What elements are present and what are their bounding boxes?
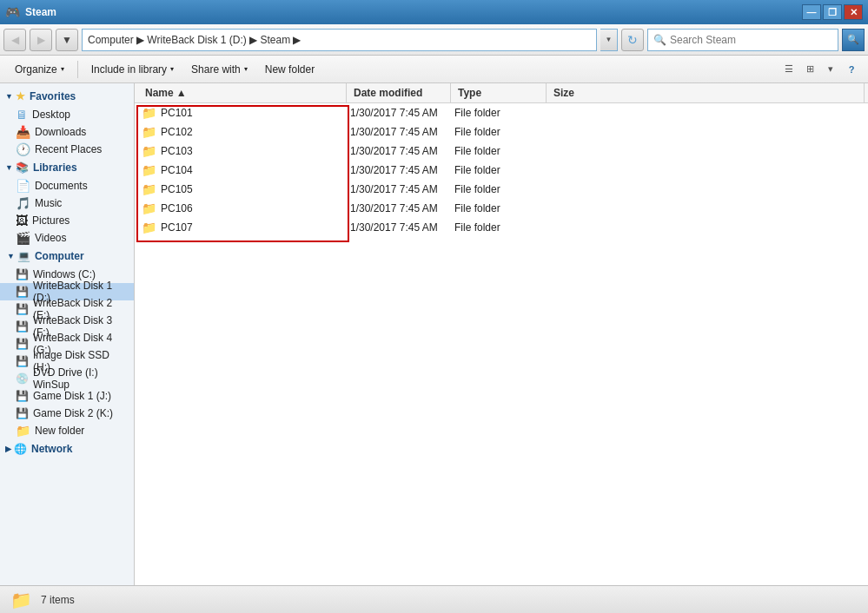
computer-label: Computer [35, 250, 84, 262]
favorites-arrow-icon: ▼ [5, 92, 13, 101]
drive-g-icon: 💾 [16, 338, 29, 350]
folder-icon: 📁 [142, 106, 156, 120]
view-options-button[interactable]: ▾ [821, 60, 840, 79]
file-name-label: PC101 [161, 107, 193, 119]
dropdown-nav-button[interactable]: ▼ [56, 29, 78, 51]
favorites-section[interactable]: ▼ ★ Favorites [0, 87, 134, 106]
file-name-label: PC107 [161, 221, 193, 234]
date-header-label: Date modified [354, 87, 422, 99]
new-folder-label: New folder [265, 63, 315, 76]
file-content-area: Name ▲ Date modified Type Size 📁 PC101 [135, 83, 868, 585]
search-input[interactable] [670, 34, 832, 46]
include-in-library-button[interactable]: Include in library ▾ [83, 59, 182, 80]
minimize-button[interactable]: — [802, 4, 821, 20]
desktop-label: Desktop [32, 109, 70, 121]
main-content: ▼ ★ Favorites 🖥 Desktop 📥 Downloads 🕐 Re… [0, 83, 868, 585]
large-icons-button[interactable]: ⊞ [800, 60, 819, 79]
size-column-header[interactable]: Size [547, 83, 865, 102]
folder-icon: 📁 [142, 201, 156, 215]
close-button[interactable]: ✕ [844, 4, 863, 20]
organize-button[interactable]: Organize ▾ [7, 59, 72, 80]
file-date-cell: 1/30/2017 7:45 AM [343, 202, 447, 214]
file-date-cell: 1/30/2017 7:45 AM [343, 126, 447, 138]
file-date-cell: 1/30/2017 7:45 AM [343, 107, 447, 119]
file-name-label: PC102 [161, 126, 193, 138]
libraries-icon: 📚 [16, 161, 29, 174]
refresh-button[interactable]: ↻ [621, 29, 644, 51]
file-name-cell: 📁 PC107 [135, 221, 343, 234]
table-row[interactable]: 📁 PC102 1/30/2017 7:45 AM File folder [135, 122, 868, 142]
organize-arrow-icon: ▾ [61, 65, 64, 73]
table-row[interactable]: 📁 PC103 1/30/2017 7:45 AM File folder [135, 142, 868, 161]
table-row[interactable]: 📁 PC105 1/30/2017 7:45 AM File folder [135, 180, 868, 199]
recent-icon: 🕐 [16, 142, 30, 156]
pictures-label: Pictures [32, 214, 70, 227]
sidebar-item-documents[interactable]: 📄 Documents [0, 177, 134, 194]
drive-h-icon: 💾 [16, 355, 29, 367]
column-headers: Name ▲ Date modified Type Size [135, 83, 868, 103]
details-view-button[interactable]: ☰ [779, 60, 798, 79]
sidebar-item-desktop[interactable]: 🖥 Desktop [0, 106, 134, 123]
documents-icon: 📄 [16, 179, 30, 193]
file-date-cell: 1/30/2017 7:45 AM [343, 183, 447, 195]
sidebar-item-game-disk2[interactable]: 💾 Game Disk 2 (K:) [0, 405, 134, 422]
restore-button[interactable]: ❐ [823, 4, 842, 20]
network-section[interactable]: ▶ 🌐 Network [0, 439, 134, 458]
sidebar-item-videos[interactable]: 🎬 Videos [0, 229, 134, 247]
table-row[interactable]: 📁 PC104 1/30/2017 7:45 AM File folder [135, 161, 868, 180]
file-type-cell: File folder [447, 126, 543, 138]
search-box[interactable]: 🔍 [647, 29, 838, 51]
file-type-cell: File folder [447, 183, 543, 195]
sidebar-item-dvd-drive[interactable]: 💿 DVD Drive (I:) WinSup [0, 370, 134, 387]
title-text: Steam [25, 6, 802, 18]
toolbar-separator-1 [77, 61, 78, 78]
new-folder-toolbar-button[interactable]: New folder [257, 59, 322, 80]
table-row[interactable]: 📁 PC106 1/30/2017 7:45 AM File folder [135, 199, 868, 218]
sidebar-item-downloads[interactable]: 📥 Downloads [0, 123, 134, 141]
music-label: Music [35, 197, 62, 209]
recent-places-label: Recent Places [35, 143, 102, 155]
file-name-cell: 📁 PC104 [135, 163, 343, 177]
help-button[interactable]: ? [842, 60, 861, 79]
type-column-header[interactable]: Type [451, 83, 547, 102]
sidebar-item-music[interactable]: 🎵 Music [0, 194, 134, 212]
file-list: 📁 PC101 1/30/2017 7:45 AM File folder 📁 … [135, 103, 868, 237]
name-header-label: Name [145, 87, 174, 99]
address-bar-dropdown[interactable]: ▼ [600, 29, 618, 51]
libraries-label: Libraries [33, 161, 77, 174]
file-name-cell: 📁 PC101 [135, 106, 343, 120]
drive-f-icon: 💾 [16, 320, 29, 333]
windows-c-label: Windows (C:) [33, 268, 96, 280]
address-bar[interactable]: Computer ▶ WriteBack Disk 1 (D:) ▶ Steam… [82, 29, 597, 51]
folder-icon: 📁 [142, 163, 156, 177]
file-type-cell: File folder [447, 107, 543, 119]
name-column-header[interactable]: Name ▲ [138, 83, 347, 102]
search-go-button[interactable]: 🔍 [842, 29, 865, 51]
sidebar-item-new-folder[interactable]: 📁 New folder [0, 422, 134, 439]
forward-button[interactable]: ▶ [30, 29, 52, 51]
network-label: Network [31, 443, 72, 455]
date-column-header[interactable]: Date modified [347, 83, 451, 102]
share-with-button[interactable]: Share with ▾ [183, 59, 255, 80]
favorites-label: Favorites [30, 90, 76, 102]
folder-icon: 📁 [142, 182, 156, 196]
table-row[interactable]: 📁 PC101 1/30/2017 7:45 AM File folder [135, 103, 868, 122]
file-name-label: PC106 [161, 202, 193, 214]
share-with-label: Share with [191, 63, 241, 76]
file-name-label: PC104 [161, 164, 193, 176]
drive-e-icon: 💾 [16, 303, 29, 315]
computer-icon: 💻 [17, 250, 30, 262]
dvd-drive-label: DVD Drive (I:) WinSup [33, 366, 129, 391]
sidebar-item-pictures[interactable]: 🖼 Pictures [0, 212, 134, 229]
back-button[interactable]: ◀ [3, 29, 26, 51]
window-controls: — ❐ ✕ [802, 4, 863, 20]
status-item-count: 7 items [41, 594, 75, 606]
sidebar-item-recent-places[interactable]: 🕐 Recent Places [0, 141, 134, 158]
new-folder-sidebar-icon: 📁 [16, 424, 30, 438]
computer-section[interactable]: ▼ 💻 Computer [0, 247, 134, 266]
desktop-icon: 🖥 [16, 108, 28, 122]
libraries-section[interactable]: ▼ 📚 Libraries [0, 158, 134, 177]
table-row[interactable]: 📁 PC107 1/30/2017 7:45 AM File folder [135, 218, 868, 237]
music-icon: 🎵 [16, 196, 30, 210]
downloads-label: Downloads [35, 126, 86, 138]
